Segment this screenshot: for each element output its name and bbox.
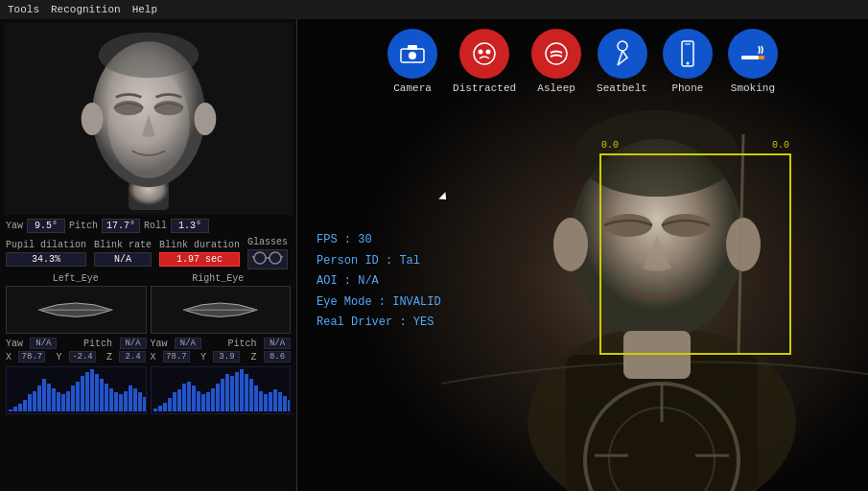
menu-tools[interactable]: Tools <box>8 4 39 15</box>
blink-rate-label: Blink rate <box>94 240 152 250</box>
svg-point-33 <box>474 43 495 64</box>
left-eye-label: Left_Eye <box>53 273 99 284</box>
histogram-bar <box>245 374 248 411</box>
menu-help[interactable]: Help <box>132 4 157 15</box>
status-icon-smoking[interactable]: Smoking <box>728 29 778 94</box>
histogram-bar <box>283 396 287 411</box>
histogram-bar <box>153 409 157 411</box>
histogram-bar <box>81 376 84 411</box>
histogram-bar <box>225 374 229 411</box>
eyes-section: Left_Eye Right_Eye <box>6 273 291 362</box>
histogram-bar <box>95 374 99 411</box>
blink-duration-value: 1.97 sec <box>159 252 240 267</box>
data-section: Yaw 9.5° Pitch 17.7° Roll 1.3° Pupil dil… <box>4 215 293 487</box>
re-y-val: 3.9 <box>213 351 240 362</box>
histogram-bar <box>230 376 234 411</box>
histogram-section <box>6 366 291 414</box>
eye-data-rows: Yaw N/A Pitch N/A X 78.7 Y -2.4 Z 2.4 Ya… <box>6 336 291 362</box>
histogram-bar <box>42 379 46 411</box>
histogram-bar <box>57 392 60 411</box>
histogram-bar <box>23 400 27 411</box>
re-z-label: Z <box>251 352 257 362</box>
histogram-bar <box>143 397 147 411</box>
histogram-bar <box>168 398 172 411</box>
histogram-bar <box>90 369 94 411</box>
histogram-bar <box>249 379 253 411</box>
histogram-bar <box>259 391 263 412</box>
status-circle-distracted <box>459 29 509 79</box>
svg-point-37 <box>618 41 627 51</box>
histogram-bar <box>33 391 36 412</box>
le-z-label: Z <box>106 352 112 362</box>
svg-point-6 <box>194 103 216 135</box>
status-label-asleep: Asleep <box>537 82 575 94</box>
histogram-bar <box>197 391 200 412</box>
status-icon-distracted[interactable]: Distracted <box>453 29 516 94</box>
histogram-bar <box>119 394 123 411</box>
histogram-bar <box>192 386 196 411</box>
histogram-bar <box>138 392 142 411</box>
svg-point-39 <box>686 62 689 65</box>
svg-point-34 <box>479 50 483 55</box>
histogram-bar <box>211 388 215 411</box>
pupil-label: Pupil dilation <box>6 240 86 250</box>
roll-value: 1.3° <box>171 219 209 233</box>
person-id-text: Person ID : Tal <box>317 251 441 272</box>
status-label-phone: Phone <box>671 82 703 94</box>
re-pitch-val: N/A <box>264 338 291 349</box>
histogram-bar <box>206 392 210 411</box>
status-label-camera: Camera <box>393 82 432 94</box>
svg-point-27 <box>553 218 588 271</box>
status-label-seatbelt: Seatbelt <box>597 82 647 94</box>
status-circle-smoking <box>728 29 778 79</box>
glasses-label: Glasses <box>247 237 288 247</box>
status-icon-seatbelt[interactable]: Seatbelt <box>597 29 647 94</box>
histogram-bar <box>61 394 65 411</box>
histogram-bar <box>264 394 268 411</box>
left-eye-box <box>6 286 147 334</box>
info-overlay: FPS : 30 Person ID : Tal AOI : N/A Eye M… <box>317 230 441 334</box>
re-x-val: 78.7 <box>163 351 190 362</box>
histogram-bar <box>129 386 132 411</box>
histogram-bar <box>163 403 167 411</box>
pupil-value: 34.3% <box>6 252 86 267</box>
eyes-header: Left_Eye Right_Eye <box>6 273 291 284</box>
menu-recognition[interactable]: Recognition <box>51 4 121 15</box>
histogram-bar <box>13 407 17 411</box>
right-eye-box <box>151 286 292 334</box>
aoi-text: AOI : N/A <box>317 271 441 292</box>
status-circle-asleep <box>531 29 581 79</box>
face-bounding-box: 0.0 0.0 <box>599 153 791 355</box>
right-eye-data: Yaw N/A Pitch N/A X 78.7 Y 3.9 Z 8.6 <box>151 336 292 362</box>
re-x-label: X <box>151 352 156 362</box>
histogram-bar <box>52 388 56 411</box>
svg-rect-32 <box>408 45 417 50</box>
histogram-bar <box>114 392 118 411</box>
status-icon-asleep[interactable]: Asleep <box>531 29 581 94</box>
histogram-bar <box>37 386 41 411</box>
menu-bar: Tools Recognition Help <box>0 0 868 19</box>
histogram-bar <box>216 384 220 411</box>
status-icon-camera[interactable]: Camera <box>387 29 437 94</box>
pupil-row: Pupil dilation 34.3% Blink rate N/A Blin… <box>6 237 291 269</box>
glasses-value <box>247 249 288 269</box>
status-icons-bar: Camera Distracted Asleep Seatbelt Phone <box>297 29 868 94</box>
pitch-label: Pitch <box>69 221 98 231</box>
eye-mode-text: Eye Mode : INVALID <box>317 292 441 314</box>
le-y-label: Y <box>57 352 62 362</box>
yaw-value: 9.5° <box>27 219 65 233</box>
blink-duration-label: Blink duration <box>159 240 240 250</box>
histogram-bar <box>187 382 191 411</box>
histogram-bar <box>133 388 137 411</box>
histogram-bar <box>273 389 277 411</box>
roll-label: Roll <box>144 221 167 231</box>
svg-point-8 <box>254 252 266 264</box>
eye-boxes <box>6 286 291 334</box>
histogram-bar <box>66 391 70 412</box>
histogram-bar <box>100 379 104 411</box>
histogram-bar <box>254 386 258 411</box>
main-content: Yaw 9.5° Pitch 17.7° Roll 1.3° Pupil dil… <box>0 19 868 491</box>
histogram-bar <box>28 394 32 411</box>
status-label-smoking: Smoking <box>731 82 775 94</box>
status-icon-phone[interactable]: Phone <box>663 29 713 94</box>
